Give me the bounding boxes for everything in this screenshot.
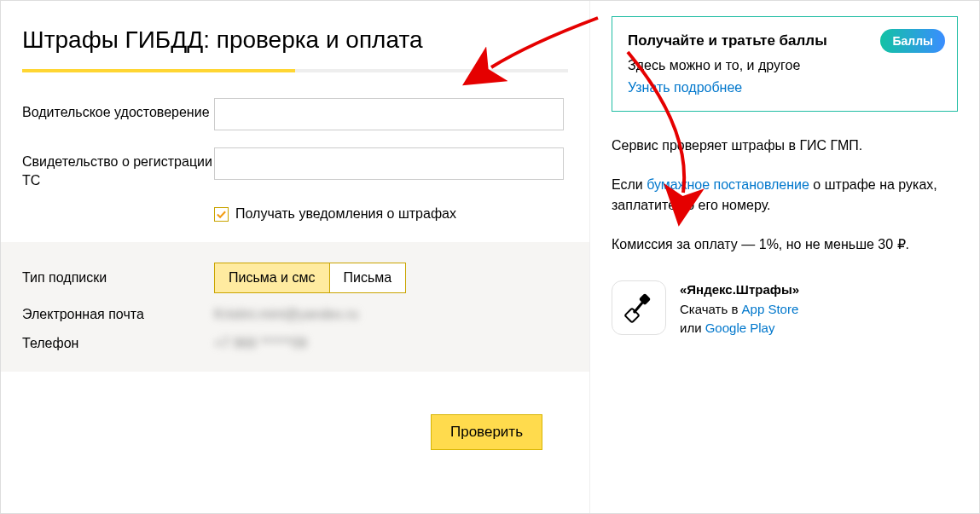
paper-decree-link[interactable]: бумажное постановление [647, 177, 809, 192]
fines-app-icon [623, 292, 655, 324]
notify-checkbox-label: Получать уведомления о штрафах [235, 206, 456, 222]
info-line-1: Сервис проверяет штрафы в ГИС ГМП. [612, 136, 958, 156]
app-download-prefix: Скачать в [680, 302, 742, 316]
promo-badge[interactable]: Баллы [880, 29, 945, 53]
license-input[interactable] [214, 98, 564, 130]
subscription-toggle: Письма и смс Письма [214, 263, 406, 293]
promo-box: Получайте и тратьте баллы Здесь можно и … [612, 16, 958, 112]
promo-link[interactable]: Узнать подробнее [628, 80, 742, 95]
info-line-3: Комиссия за оплату — 1%, но не меньше 30… [612, 234, 958, 255]
google-play-link[interactable]: Google Play [705, 321, 775, 335]
check-icon [216, 209, 227, 220]
phone-value: +7 968 ******09 [214, 336, 307, 351]
info-line-2: Если бумажное постановление о штрафе на … [612, 175, 958, 216]
email-label: Электронная почта [22, 307, 214, 322]
progress-bar [22, 69, 568, 72]
notify-checkbox[interactable] [214, 207, 229, 222]
svg-line-2 [634, 302, 643, 313]
app-name: «Яндекс.Штрафы» [680, 282, 799, 297]
phone-label: Телефон [22, 336, 214, 351]
registration-input[interactable] [214, 147, 564, 180]
license-label: Водительское удостоверение [22, 98, 214, 122]
registration-label: Свидетельство о регистрации ТС [22, 147, 214, 189]
progress-fill [22, 69, 295, 72]
app-store-link[interactable]: App Store [742, 302, 799, 316]
subscription-type-label: Тип подписки [22, 270, 214, 286]
app-icon [612, 280, 666, 335]
page-title: Штрафы ГИБДД: проверка и оплата [22, 26, 568, 54]
email-value: Kristini.mint@yandex.ru [214, 307, 358, 322]
promo-subtitle: Здесь можно и то, и другое [628, 58, 942, 73]
toggle-letters-sms[interactable]: Письма и смс [215, 263, 330, 292]
app-promo: «Яндекс.Штрафы» Скачать в App Store или … [612, 280, 958, 338]
app-or: или [680, 321, 705, 335]
submit-button[interactable]: Проверить [431, 414, 542, 450]
info-line-2-before: Если [612, 177, 647, 192]
toggle-letters[interactable]: Письма [330, 263, 406, 292]
